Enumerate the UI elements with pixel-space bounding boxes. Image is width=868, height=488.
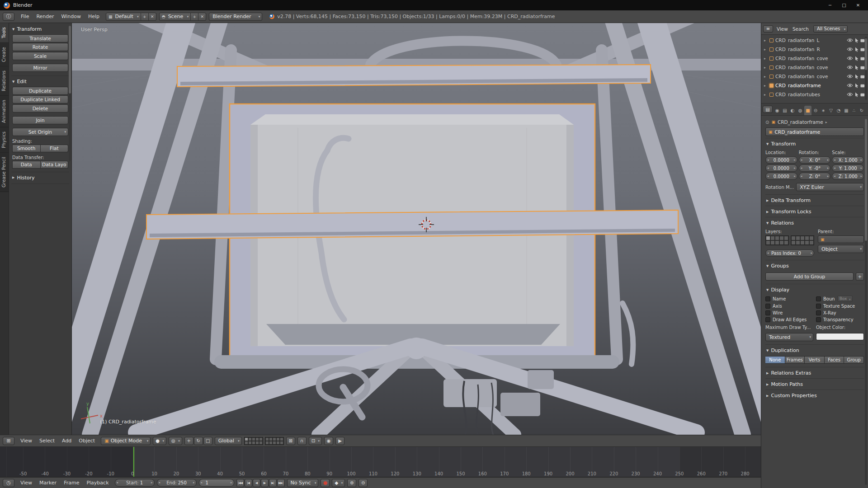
wire-checkbox[interactable]: Wire [765,310,813,315]
join-button[interactable]: Join [12,116,68,124]
tool-shelf-scrollbar[interactable] [69,26,71,161]
scene-value[interactable]: Scene [167,14,191,19]
xray-checkbox[interactable]: X-Ray [816,310,864,315]
tool-button[interactable]: Duplicate [12,87,68,95]
pass-index-field[interactable]: Pass Index: 0 [765,249,814,257]
viewport-editor-type-icon[interactable]: ⊞ [3,437,14,445]
physics-tab[interactable]: ↻ [858,106,865,115]
selectability-cursor-icon[interactable] [854,38,859,43]
rotation-mode-select[interactable]: XYZ Euler [796,183,864,191]
location-y-field[interactable]: 0.0000 [765,164,797,172]
data-transfer-button[interactable]: Data [12,161,41,169]
keying-set-select[interactable]: ◆ [332,479,345,487]
sync-mode-select[interactable]: No Sync [287,479,319,487]
3d-viewport[interactable]: x y User Persp (1) CRD_radiatorframe [72,23,761,435]
render-tab[interactable]: ◉ [774,106,781,115]
properties-scrollbar[interactable] [865,119,867,485]
parent-object-field[interactable]: ▣ [818,235,864,243]
outliner-scope-select[interactable]: All Scenes [813,25,848,33]
next-keyframe-button[interactable]: ▶| [269,479,277,487]
snap-magnet-icon[interactable]: ∩ [297,437,307,445]
expand-icon[interactable] [764,93,768,97]
menu-item[interactable]: Help [85,13,103,20]
3d-viewport-canvas[interactable]: x y [72,23,761,435]
render-layers-tab[interactable]: ▤ [781,106,788,115]
timeline-track[interactable]: -50-40-30-20-100102030405060708090100110… [0,447,761,477]
render-engine-select[interactable]: Blender Render [209,13,262,21]
maximize-button[interactable]: □ [838,1,850,9]
object-data-tab[interactable]: ▽ [827,106,835,115]
menu-item[interactable]: Window [58,13,85,20]
scale-y-field[interactable]: Y: 1.000 [832,164,864,172]
tool-button[interactable]: Delete [12,104,68,113]
maximum-draw-type-select[interactable]: Textured [765,333,813,341]
outliner-item-label[interactable]: CRD_radiatorfan_cove [775,56,845,61]
bounds-checkbox[interactable]: Boun Box [816,296,864,302]
panel-header-transform-tools[interactable]: Transform [11,24,69,33]
panel-header-display[interactable]: Display [765,285,864,294]
outliner-item-label[interactable]: CRD_radiatorframe [775,83,845,88]
delete-scene-button[interactable]: ✕ [198,13,206,20]
tool-shelf-tab[interactable]: Grease Pencil [0,153,9,192]
tool-shelf-tab[interactable]: Tools [0,23,9,43]
tool-shelf-tab[interactable]: Relations [0,66,9,96]
outliner-scrollbar[interactable] [865,37,867,100]
jump-to-start-button[interactable]: |◀◀ [236,479,244,487]
shading-button[interactable]: Smooth [12,145,41,152]
collapsed-panel-header[interactable]: Delta Transform [765,196,864,205]
rotation-y-field[interactable]: Y: -0° [799,164,831,172]
tool-button[interactable]: Duplicate Linked [12,95,68,103]
menu-item[interactable]: Add [58,437,75,445]
outliner-item-label[interactable]: CRD_radiatorfan_cove [775,74,845,79]
scene-tab[interactable]: ◐ [789,106,796,115]
visibility-eye-icon[interactable] [847,38,853,42]
visibility-eye-icon[interactable] [847,65,853,70]
jump-to-end-button[interactable]: ▶▶| [277,479,285,487]
tool-shelf-tab[interactable]: Animation [0,96,9,127]
menu-item[interactable]: Frame [60,479,83,487]
minimize-button[interactable]: ─ [824,1,836,9]
expand-icon[interactable] [764,38,768,42]
add-to-group-button[interactable]: Add to Group [765,272,854,281]
selectability-cursor-icon[interactable] [854,65,859,70]
visibility-eye-icon[interactable] [847,92,853,97]
menu-item[interactable]: Object [75,437,99,445]
outliner-item[interactable]: CRD_radiatortubes [764,90,868,99]
tool-button[interactable]: Scale [12,52,68,60]
menu-item[interactable]: File [17,13,33,20]
collapsed-panel-header[interactable]: Transform Locks [765,207,864,216]
visibility-eye-icon[interactable] [847,56,853,61]
viewport-shading-select[interactable]: ● [153,437,166,445]
layers-group-2[interactable] [265,437,284,445]
visibility-eye-icon[interactable] [847,83,853,88]
panel-header-groups[interactable]: Groups [765,261,864,270]
outliner-item[interactable]: CRD_radiatorfan_cove [764,72,868,81]
outliner-item-label[interactable]: CRD_radiatortubes [775,92,845,97]
panel-header-relations[interactable]: Relations [765,218,864,227]
texture-tab[interactable]: ▦ [843,106,850,115]
crossbar-top-selected[interactable] [177,65,651,87]
menu-item[interactable]: Marker [36,479,60,487]
panel-header-edit-tools[interactable]: Edit [11,77,69,86]
axis-checkbox[interactable]: Axis [765,304,813,309]
insert-keyframe-icon[interactable]: ⊕ [347,479,356,487]
opengl-render-icon[interactable]: ◉ [324,437,333,445]
location-z-field[interactable]: 0.0000 [765,173,797,180]
rotation-z-field[interactable]: Z: 0° [799,173,831,180]
outliner-editor-type-icon[interactable]: ≡ [763,25,773,33]
collapsed-panel-header[interactable]: Motion Paths [765,380,864,389]
duplication-verts-button[interactable]: Verts [805,356,825,364]
outliner-item-label[interactable]: CRD_radiatorfan_R [775,47,845,52]
mode-select[interactable]: ▣ Object Mode [101,437,151,445]
object-color-swatch[interactable] [816,333,864,340]
pin-icon[interactable]: ⊙ [765,120,769,125]
previous-keyframe-button[interactable]: |◀ [245,479,252,487]
start-frame-field[interactable]: Start: 1 [115,479,155,487]
menu-item[interactable]: Render [33,13,57,20]
texture-space-checkbox[interactable]: Texture Space [816,304,864,309]
transform-orientation-select[interactable]: Global [215,437,242,445]
current-frame-field[interactable]: 1 [199,479,234,487]
outliner-item[interactable]: CRD_radiatorfan_cove [764,63,868,72]
properties-editor-type-icon[interactable]: ▤ [763,106,773,113]
location-x-field[interactable]: 0.0000 [765,156,797,164]
